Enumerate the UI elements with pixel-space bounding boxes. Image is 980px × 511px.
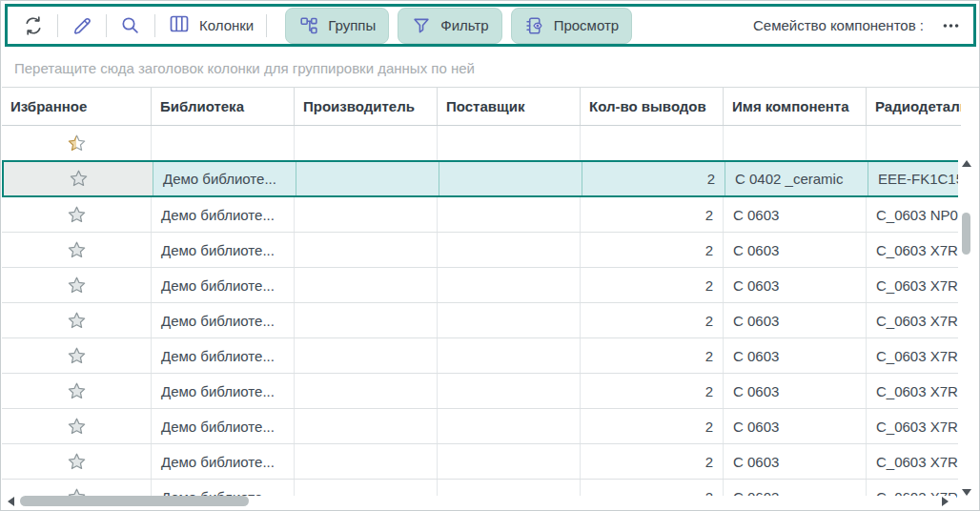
table-row[interactable]: Демо библиоте...2C 0603C_0603 X7R bbox=[2, 233, 961, 268]
group-by-bar[interactable]: Перетащите сюда заголовок колонки для гр… bbox=[2, 49, 979, 88]
favorite-star-icon[interactable] bbox=[2, 303, 152, 337]
column-header[interactable]: Поставщик bbox=[438, 88, 581, 125]
table-row[interactable]: Демо библиоте...2C 0603C_0603 X7R bbox=[2, 268, 961, 303]
favorite-star-icon[interactable] bbox=[2, 338, 152, 373]
table-row[interactable]: Демо библиоте...2C 0603C_0603 NP0 bbox=[2, 197, 961, 233]
cell-pins: 2 bbox=[581, 233, 724, 267]
column-header[interactable]: Кол-во выводов bbox=[581, 88, 724, 125]
cell-supplier bbox=[439, 162, 582, 195]
button-label: Группы bbox=[328, 17, 376, 33]
columns-button[interactable]: Колонки bbox=[168, 12, 254, 38]
favorite-star-half-icon[interactable] bbox=[2, 126, 152, 160]
scroll-right-arrow-icon[interactable] bbox=[942, 497, 949, 506]
cell-pins: 2 bbox=[581, 268, 724, 302]
cell-supplier bbox=[438, 409, 581, 443]
column-header[interactable]: Избранное bbox=[2, 88, 152, 125]
groups-icon bbox=[298, 15, 319, 36]
cell-manufacturer bbox=[295, 409, 438, 443]
groups-button[interactable]: Группы bbox=[285, 8, 389, 44]
scroll-up-arrow-icon[interactable] bbox=[962, 160, 971, 167]
cell-name: C 0603 bbox=[724, 409, 867, 443]
vertical-scrollbar-thumb[interactable] bbox=[962, 213, 970, 255]
cell-manufacturer bbox=[295, 197, 438, 232]
favorite-star-icon[interactable] bbox=[2, 374, 152, 408]
cell-part: C_0603 X7R bbox=[867, 233, 961, 267]
column-header[interactable]: Имя компонента bbox=[724, 88, 867, 125]
group-by-hint: Перетащите сюда заголовок колонки для гр… bbox=[14, 60, 475, 76]
columns-icon bbox=[168, 12, 191, 38]
table-row[interactable] bbox=[2, 126, 961, 161]
cell-name: C 0603 bbox=[724, 233, 867, 267]
scroll-down-arrow-icon[interactable] bbox=[962, 489, 971, 496]
favorite-star-icon[interactable] bbox=[2, 197, 152, 232]
cell-part: C_0603 X7R bbox=[867, 268, 961, 302]
components-grid: ИзбранноеБиблиотекаПроизводительПоставщи… bbox=[2, 88, 961, 498]
cell-pins: 2 bbox=[581, 338, 724, 373]
horizontal-scrollbar[interactable] bbox=[3, 496, 956, 508]
cell-part: EEE-FK1C15 bbox=[868, 162, 961, 195]
cell-library: Демо библиоте... bbox=[153, 162, 296, 195]
cell-manufacturer bbox=[295, 303, 438, 337]
cell-part: C_0603 X7R bbox=[867, 338, 961, 373]
table-row[interactable]: Демо библиоте...2C 0603C_0603 X7R bbox=[2, 338, 961, 374]
toolbar-separator bbox=[106, 14, 107, 37]
table-body: Демо библиоте...2C 0402 _ceramicEEE-FK1C… bbox=[2, 126, 961, 498]
cell-pins: 2 bbox=[581, 444, 724, 479]
favorite-star-icon[interactable] bbox=[2, 409, 152, 443]
favorite-star-icon[interactable] bbox=[2, 444, 152, 479]
cell-manufacturer bbox=[295, 233, 438, 267]
cell-library bbox=[152, 126, 295, 160]
column-header[interactable]: Радиодеталь bbox=[867, 88, 961, 125]
cell-part: C_0603 X7R bbox=[867, 409, 961, 443]
cell-pins: 2 bbox=[581, 197, 724, 232]
cell-library: Демо библиоте... bbox=[152, 338, 295, 373]
vertical-scrollbar[interactable] bbox=[958, 158, 975, 501]
component-family-label: Семейство компонентов : bbox=[753, 17, 924, 33]
scroll-left-arrow-icon[interactable] bbox=[8, 497, 14, 506]
cell-supplier bbox=[438, 338, 581, 373]
cell-name: C 0402 _ceramic bbox=[725, 162, 868, 195]
cell-name: C 0603 bbox=[724, 338, 867, 373]
cell-name: C 0603 bbox=[724, 444, 867, 479]
pencil-icon[interactable] bbox=[70, 13, 94, 38]
cell-pins: 2 bbox=[581, 374, 724, 408]
cell-supplier bbox=[438, 303, 581, 337]
toolbar-separator bbox=[154, 14, 155, 37]
column-header[interactable]: Библиотека bbox=[152, 88, 295, 125]
cell-part bbox=[867, 126, 961, 160]
toolbar-separator bbox=[266, 14, 267, 37]
preview-icon bbox=[524, 15, 545, 36]
favorite-star-icon[interactable] bbox=[2, 268, 152, 302]
horizontal-scrollbar-thumb[interactable] bbox=[20, 496, 249, 506]
cell-supplier bbox=[438, 268, 581, 302]
table-row[interactable]: Демо библиоте...2C 0603C_0603 X7R bbox=[2, 303, 961, 338]
cell-library: Демо библиоте... bbox=[152, 303, 295, 337]
preview-button[interactable]: Просмотр bbox=[511, 8, 633, 44]
cell-supplier bbox=[438, 374, 581, 408]
cell-supplier bbox=[438, 444, 581, 479]
cell-manufacturer bbox=[296, 162, 439, 195]
cell-pins bbox=[581, 126, 724, 160]
column-header[interactable]: Производитель bbox=[295, 88, 438, 125]
cell-supplier bbox=[438, 233, 581, 267]
table-row[interactable]: Демо библиоте...2C 0603C_0603 X7R bbox=[2, 409, 961, 444]
cell-pins: 2 bbox=[582, 162, 725, 195]
refresh-icon[interactable] bbox=[21, 13, 46, 38]
filter-button[interactable]: Фильтр bbox=[398, 8, 501, 44]
favorite-star-icon[interactable] bbox=[2, 233, 152, 267]
cell-supplier bbox=[438, 126, 581, 160]
cell-pins: 2 bbox=[581, 303, 724, 337]
toolbar: Колонки ГруппыФильтрПросмотр Семейство к… bbox=[5, 4, 976, 47]
cell-name: C 0603 bbox=[724, 268, 867, 302]
search-icon[interactable] bbox=[118, 13, 143, 38]
ellipsis-icon[interactable] bbox=[943, 23, 959, 29]
cell-part: C_0603 X7R bbox=[867, 444, 961, 479]
table-row[interactable]: Демо библиоте...2C 0402 _ceramicEEE-FK1C… bbox=[2, 160, 961, 197]
cell-part: C_0603 X7R bbox=[867, 374, 961, 408]
table-row[interactable]: Демо библиоте...2C 0603C_0603 X7R bbox=[2, 374, 961, 409]
favorite-star-icon[interactable] bbox=[4, 162, 153, 195]
cell-manufacturer bbox=[295, 338, 438, 373]
table-row[interactable]: Демо библиоте...2C 0603C_0603 X7R bbox=[2, 444, 961, 480]
table-header-row: ИзбранноеБиблиотекаПроизводительПоставщи… bbox=[2, 88, 961, 126]
cell-manufacturer bbox=[295, 444, 438, 479]
